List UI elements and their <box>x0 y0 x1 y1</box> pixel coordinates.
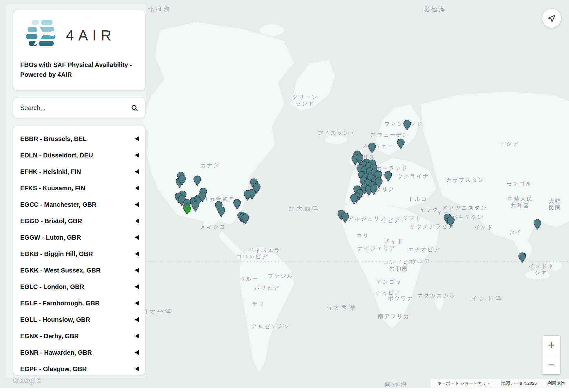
expand-collapse-triangle-icon[interactable] <box>135 334 139 339</box>
airport-label: EGLL - Hounslow, GBR <box>13 316 90 323</box>
airport-row[interactable]: EGPF - Glasgow, GBR <box>13 361 145 375</box>
pan-navigate-button[interactable] <box>542 9 561 28</box>
expand-collapse-triangle-icon[interactable] <box>135 169 139 174</box>
zoom-in-button[interactable]: + <box>542 336 560 355</box>
fbo-map-pin[interactable] <box>518 252 526 263</box>
fbo-map-pin[interactable] <box>241 214 249 224</box>
fbo-map-pin[interactable] <box>198 192 206 202</box>
expand-collapse-triangle-icon[interactable] <box>135 301 139 306</box>
search-card <box>13 98 145 118</box>
search-icon[interactable] <box>131 104 138 112</box>
fbo-map-pin[interactable] <box>191 201 199 212</box>
fbo-map-pin[interactable] <box>403 120 411 131</box>
zoom-out-button[interactable]: − <box>542 355 560 375</box>
airport-label: EGKK - West Sussex, GBR <box>13 267 101 274</box>
airport-label: EBBR - Brussels, BEL <box>13 135 87 143</box>
expand-collapse-triangle-icon[interactable] <box>135 268 139 273</box>
fbo-map-pin[interactable] <box>233 199 241 210</box>
airport-label: EGLC - London, GBR <box>13 283 84 291</box>
expand-collapse-triangle-icon[interactable] <box>135 317 139 322</box>
fbo-map-pin[interactable] <box>370 184 378 195</box>
airport-row[interactable]: EGLC - London, GBR <box>13 279 145 295</box>
airport-row[interactable]: EFHK - Helsinki, FIN <box>13 163 145 180</box>
page-title: FBOs with SAF Physical Availability - Po… <box>13 52 145 80</box>
airport-label: EFHK - Helsinki, FIN <box>13 168 81 175</box>
expand-collapse-triangle-icon[interactable] <box>135 202 139 207</box>
expand-collapse-triangle-icon[interactable] <box>135 235 139 240</box>
fbo-map-pin[interactable] <box>368 143 376 153</box>
airport-label: EGNR - Hawarden, GBR <box>13 349 92 356</box>
green-leaf-marker[interactable] <box>184 204 192 214</box>
airport-label: EGKB - Biggin Hill, GBR <box>13 250 93 258</box>
fbo-map-pin[interactable] <box>217 206 225 217</box>
airport-row[interactable]: EBBR - Brussels, BEL <box>13 131 145 147</box>
airport-label: EGPF - Glasgow, GBR <box>13 365 87 373</box>
keyboard-shortcuts-link[interactable]: キーボード ショートカット <box>437 381 491 386</box>
search-input[interactable] <box>13 104 131 112</box>
airport-row[interactable]: EGGW - Luton, GBR <box>13 229 145 246</box>
airport-label: EGGD - Bristol, GBR <box>13 217 82 225</box>
airport-row[interactable]: EFKS - Kuusamo, FIN <box>13 180 145 196</box>
fbo-map-pin[interactable] <box>533 219 541 230</box>
airport-label: EGGW - Luton, GBR <box>13 234 81 241</box>
map-attribution: キーボード ショートカット 地図データ ©2025 利用規約 <box>431 379 569 388</box>
fbo-map-pin[interactable] <box>397 138 405 149</box>
fbo-map-pin[interactable] <box>178 175 186 186</box>
brand-card: 4AIR FBOs with SAF Physical Availability… <box>13 10 145 90</box>
fbo-map-pin[interactable] <box>341 212 349 223</box>
fbo-map-pin[interactable] <box>350 194 358 205</box>
airport-list: EBBR - Brussels, BELEDLN - Düsseldorf, D… <box>13 126 145 375</box>
airport-row[interactable]: EGGD - Bristol, GBR <box>13 213 145 229</box>
airport-label: EDLN - Düsseldorf, DEU <box>13 152 93 159</box>
airport-row[interactable]: EGKK - West Sussex, GBR <box>13 262 145 279</box>
expand-collapse-triangle-icon[interactable] <box>135 350 139 355</box>
airport-row[interactable]: EGKB - Biggin Hill, GBR <box>13 246 145 262</box>
4air-logo-icon <box>25 19 60 52</box>
google-logo[interactable]: Google <box>13 376 41 384</box>
terms-of-use-link[interactable]: 利用規約 <box>548 381 565 386</box>
airport-label: EGNX - Derby, GBR <box>13 333 79 340</box>
expand-collapse-triangle-icon[interactable] <box>135 153 139 158</box>
airport-label: EGLF - Farnborough, GBR <box>13 300 100 307</box>
airport-row[interactable]: EDLN - Düsseldorf, DEU <box>13 147 145 163</box>
airport-label: EGCC - Manchester, GBR <box>13 201 96 208</box>
expand-collapse-triangle-icon[interactable] <box>135 186 139 191</box>
expand-collapse-triangle-icon[interactable] <box>135 366 139 371</box>
airport-row[interactable]: EGCC - Manchester, GBR <box>13 196 145 213</box>
expand-collapse-triangle-icon[interactable] <box>135 218 139 224</box>
airport-row[interactable]: EGLF - Farnborough, GBR <box>13 295 145 311</box>
airport-label: EFKS - Kuusamo, FIN <box>13 185 85 192</box>
fbo-map-pin[interactable] <box>193 175 201 186</box>
fbo-map-pin[interactable] <box>243 190 252 201</box>
expand-collapse-triangle-icon[interactable] <box>135 136 139 141</box>
fbo-map-pin[interactable] <box>447 216 455 227</box>
airport-row[interactable]: EGNX - Derby, GBR <box>13 328 145 344</box>
brand-wordmark: 4AIR <box>66 27 116 44</box>
airport-row[interactable]: EGLL - Hounslow, GBR <box>13 311 145 328</box>
zoom-control: + − <box>542 336 560 374</box>
navigation-arrow-icon <box>547 14 556 23</box>
expand-collapse-triangle-icon[interactable] <box>135 284 139 289</box>
airport-row[interactable]: EGNR - Hawarden, GBR <box>13 344 145 361</box>
fbo-map-pin[interactable] <box>384 171 392 182</box>
map-data-copyright: 地図データ ©2025 <box>501 381 537 386</box>
expand-collapse-triangle-icon[interactable] <box>135 251 139 256</box>
